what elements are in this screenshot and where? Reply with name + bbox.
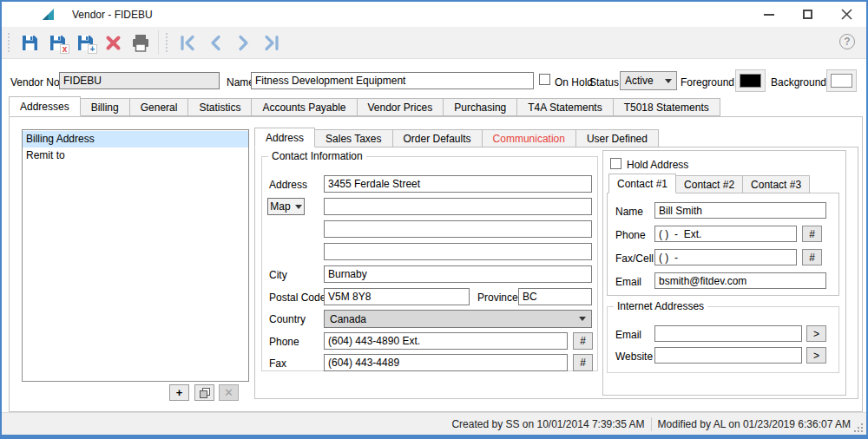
vendor-no-label: Vendor No. (10, 76, 62, 88)
tab-t5018-statements[interactable]: T5018 Statements (613, 98, 720, 116)
last-record-icon (262, 35, 280, 51)
website-go-button[interactable]: > (806, 347, 826, 364)
app-logo-icon (41, 8, 56, 22)
maximize-button[interactable] (788, 2, 827, 27)
address-line2-input[interactable] (324, 198, 592, 215)
first-record-button[interactable] (174, 29, 201, 56)
contact-name-label: Name (615, 206, 643, 218)
tab-contact-2[interactable]: Contact #2 (675, 175, 743, 193)
tab-contact-1[interactable]: Contact #1 (608, 174, 676, 193)
on-hold-checkbox[interactable] (539, 74, 550, 85)
save-close-x-badge: x (60, 44, 69, 54)
delete-button[interactable] (99, 29, 127, 56)
delete-address-button[interactable]: ✕ (219, 384, 239, 401)
close-button[interactable] (827, 2, 866, 27)
map-button[interactable]: Map (267, 198, 305, 215)
status-label: Status (589, 76, 619, 88)
next-record-button[interactable] (229, 29, 257, 56)
contact-fax-label: Fax/Cell (615, 252, 654, 265)
chevron-down-icon (665, 79, 672, 83)
copy-address-button[interactable] (194, 384, 214, 401)
internet-email-input[interactable] (654, 325, 802, 342)
vendor-no-input[interactable] (59, 72, 220, 89)
minimize-button[interactable] (749, 2, 788, 27)
foreground-color-button[interactable] (735, 69, 766, 92)
save-new-button[interactable]: + (71, 29, 99, 56)
hold-address-checkbox[interactable] (610, 158, 621, 169)
tab-accounts-payable[interactable]: Accounts Payable (251, 98, 357, 116)
list-item-billing-address[interactable]: Billing Address (23, 131, 248, 147)
address-line4-input[interactable] (324, 243, 592, 260)
postal-code-input[interactable] (324, 288, 470, 305)
contacts-panel: Hold Address Contact #1 Contact #2 Conta… (602, 150, 846, 396)
contact-fax-input[interactable] (654, 249, 797, 265)
minimize-icon (764, 14, 774, 16)
tab-communication[interactable]: Communication (482, 129, 576, 147)
hold-address-label: Hold Address (627, 159, 688, 171)
contact-phone-input[interactable] (654, 226, 797, 242)
background-label: Background (771, 76, 826, 88)
list-item-remit-to[interactable]: Remit to (23, 147, 248, 164)
tab-addresses[interactable]: Addresses (9, 96, 81, 116)
address-list[interactable]: Billing Address Remit to (22, 129, 249, 382)
country-label: Country (269, 313, 306, 325)
contact-fax-dial-button[interactable]: # (802, 249, 822, 265)
resize-grip[interactable] (854, 423, 864, 433)
tab-statistics[interactable]: Statistics (187, 98, 252, 116)
copy-icon (199, 387, 211, 399)
tab-order-defaults[interactable]: Order Defaults (392, 129, 483, 147)
main-tab-bar: Addresses Billing General Statistics Acc… (9, 96, 720, 116)
save-icon (21, 34, 39, 52)
tab-user-defined[interactable]: User Defined (575, 129, 659, 147)
address-line3-input[interactable] (324, 220, 592, 238)
province-input[interactable] (518, 288, 592, 305)
tab-contact-3[interactable]: Contact #3 (742, 175, 810, 193)
background-color-button[interactable] (826, 69, 857, 92)
tab-sales-taxes[interactable]: Sales Taxes (314, 129, 392, 147)
tab-billing[interactable]: Billing (80, 98, 130, 116)
email-go-button[interactable]: > (806, 325, 826, 342)
tab-general[interactable]: General (129, 98, 189, 116)
on-hold-label: On Hold (555, 76, 593, 88)
toolbar-grip (8, 33, 11, 52)
phone-label: Phone (269, 336, 299, 348)
modified-by-text: Modified by AL on 01/23/2019 6:36:07 AM (658, 418, 851, 430)
website-label: Website (615, 351, 653, 363)
first-record-icon (179, 35, 197, 51)
contact-phone-dial-button[interactable]: # (802, 226, 822, 242)
foreground-label: Foreground (681, 76, 734, 88)
print-button[interactable] (127, 29, 155, 56)
tab-address[interactable]: Address (254, 128, 315, 147)
city-input[interactable] (324, 265, 592, 283)
phone-input[interactable] (324, 332, 568, 350)
tab-t4a-statements[interactable]: T4A Statements (516, 98, 613, 116)
toolbar-separator (158, 30, 159, 55)
name-input[interactable] (251, 72, 534, 89)
background-color-chip (831, 74, 852, 88)
tab-purchasing[interactable]: Purchasing (443, 98, 517, 116)
country-dropdown[interactable]: Canada (324, 310, 592, 328)
previous-record-button[interactable] (201, 29, 229, 56)
website-input[interactable] (654, 347, 802, 364)
save-close-button[interactable]: x (43, 29, 71, 56)
help-button[interactable]: ? (839, 34, 855, 49)
save-button[interactable] (16, 29, 43, 56)
contact-1-panel: Name Phone # Fax/Cell # Email (607, 193, 839, 296)
contact-email-label: Email (615, 276, 641, 288)
status-dropdown[interactable]: Active (620, 71, 677, 90)
contact-name-input[interactable] (654, 202, 826, 219)
fax-dial-button[interactable]: # (573, 354, 593, 371)
contact-email-input[interactable] (654, 272, 826, 289)
phone-dial-button[interactable]: # (573, 332, 593, 350)
tab-vendor-prices[interactable]: Vendor Prices (357, 98, 444, 116)
last-record-button[interactable] (257, 29, 285, 56)
fax-input[interactable] (324, 354, 568, 371)
add-address-button[interactable]: + (169, 384, 189, 401)
previous-record-icon (207, 35, 224, 51)
window-title: Vendor - FIDEBU (72, 9, 153, 21)
internet-addresses-group: Internet Addresses Email > Website > (607, 306, 839, 373)
address-line1-input[interactable] (324, 175, 592, 193)
titlebar: Vendor - FIDEBU (2, 2, 866, 27)
status-value: Active (625, 75, 654, 87)
maximize-icon (803, 10, 812, 19)
